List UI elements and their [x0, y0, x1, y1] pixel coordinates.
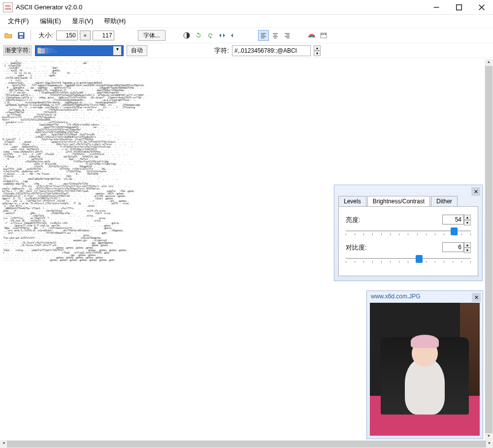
align-center-icon[interactable]: [270, 30, 281, 41]
tab-levels[interactable]: Levels: [338, 196, 366, 206]
minimize-button[interactable]: [425, 0, 448, 14]
preview-title: www.x6d.com.JPG: [371, 293, 421, 300]
step-up-icon[interactable]: ▲: [464, 215, 471, 220]
lock-aspect-button[interactable]: ×: [80, 31, 91, 40]
step-down-icon[interactable]: ▼: [464, 248, 471, 253]
brightness-spin[interactable]: ▲▼: [442, 215, 471, 225]
preview-image: [370, 303, 480, 436]
scroll-down-icon[interactable]: ▾: [485, 433, 493, 440]
menu-edit[interactable]: 编辑(E): [35, 15, 66, 27]
auto-button[interactable]: 自动: [127, 45, 147, 56]
gradient-label: 渐变字符:: [3, 45, 32, 56]
preview-close-icon[interactable]: ✕: [472, 293, 481, 302]
scroll-up-icon[interactable]: ▴: [485, 59, 493, 66]
align-right-icon[interactable]: [282, 30, 293, 41]
bw-icon[interactable]: [181, 30, 192, 41]
brightness-label: 亮度:: [346, 216, 361, 224]
chevron-down-icon: ▾: [113, 46, 121, 55]
width-input[interactable]: [56, 31, 78, 40]
svg-rect-22: [323, 33, 325, 35]
contrast-spin[interactable]: ▲▼: [442, 242, 471, 253]
rotate-ccw-icon[interactable]: [193, 30, 204, 41]
toolbar-gradient: 渐变字符: █▓▒░::.. ▾ 自动 字符: ▲ ▼: [0, 43, 493, 58]
svg-rect-6: [20, 36, 23, 38]
contrast-label: 对比度:: [346, 243, 367, 252]
svg-rect-5: [19, 33, 23, 35]
brightness-slider[interactable]: [346, 227, 471, 238]
flip-h-icon[interactable]: [217, 30, 228, 41]
step-up-icon[interactable]: ▲: [314, 45, 321, 51]
align-group: [258, 30, 293, 41]
menu-help[interactable]: 帮助(H): [99, 15, 131, 27]
bc-tabs: Levels Brightness/Contrast Dither: [338, 196, 478, 207]
brightness-contrast-panel[interactable]: ✕ Levels Brightness/Contrast Dither 亮度: …: [334, 185, 483, 281]
vertical-scrollbar[interactable]: ▴ ▾: [485, 59, 493, 440]
horizontal-scrollbar[interactable]: ◂ ▸: [0, 440, 493, 448]
svg-rect-21: [321, 33, 323, 35]
font-button[interactable]: 字体...: [138, 30, 165, 41]
step-up-icon[interactable]: ▲: [464, 242, 471, 248]
palette-icon[interactable]: [318, 30, 329, 41]
close-button[interactable]: [470, 0, 493, 14]
brightness-input[interactable]: [442, 215, 464, 224]
bc-body: 亮度: ▲▼ 对比度: ▲▼: [338, 207, 478, 276]
save-icon[interactable]: [16, 30, 27, 41]
scroll-left-icon[interactable]: ◂: [0, 440, 7, 448]
window-title: ASCII Generator v2.0.0: [16, 3, 425, 11]
color-group: [181, 30, 239, 41]
hscroll-thumb[interactable]: [7, 441, 486, 448]
rotate-cw-icon[interactable]: [205, 30, 216, 41]
flip-v-icon[interactable]: [229, 30, 239, 41]
char-input[interactable]: [232, 45, 311, 56]
step-down-icon[interactable]: ▼: [464, 220, 471, 225]
height-input[interactable]: [93, 31, 114, 40]
contrast-slider[interactable]: [346, 255, 471, 266]
char-stepper[interactable]: ▲ ▼: [314, 45, 321, 56]
size-label: 大小:: [37, 31, 54, 40]
step-down-icon[interactable]: ▼: [314, 51, 321, 56]
gradient-value: █▓▒░::..: [37, 48, 57, 53]
char-label: 字符:: [214, 46, 229, 55]
gradient-select[interactable]: █▓▒░::.. ▾: [35, 45, 124, 56]
preview-baby-hat: [411, 335, 439, 348]
align-left-icon[interactable]: [258, 30, 269, 41]
vscroll-thumb[interactable]: [485, 66, 493, 433]
window-controls: [425, 0, 493, 14]
separator: [31, 30, 33, 41]
render-group: [306, 30, 329, 41]
maximize-button[interactable]: [448, 0, 470, 14]
titlebar: ASC GEN ASCII Generator v2.0.0: [0, 0, 493, 15]
menubar: 文件(F) 编辑(E) 显示(V) 帮助(H): [0, 15, 493, 28]
tab-dither[interactable]: Dither: [431, 196, 458, 206]
svg-rect-23: [325, 33, 326, 35]
open-icon[interactable]: [3, 30, 14, 41]
contrast-input[interactable]: [442, 242, 464, 252]
panel-close-icon[interactable]: ✕: [471, 187, 480, 196]
tab-brightness-contrast[interactable]: Brightness/Contrast: [367, 196, 430, 206]
app-logo: ASC GEN: [3, 2, 13, 12]
toolbar-main: 大小: × 字体...: [0, 28, 493, 43]
scroll-right-icon[interactable]: ▸: [486, 440, 493, 448]
rainbow-icon[interactable]: [306, 30, 317, 41]
preview-baby-body: [405, 358, 444, 414]
preview-panel[interactable]: www.x6d.com.JPG ✕: [366, 290, 483, 439]
menu-view[interactable]: 显示(V): [67, 15, 98, 27]
menu-file[interactable]: 文件(F): [3, 15, 34, 27]
svg-rect-1: [457, 4, 462, 10]
